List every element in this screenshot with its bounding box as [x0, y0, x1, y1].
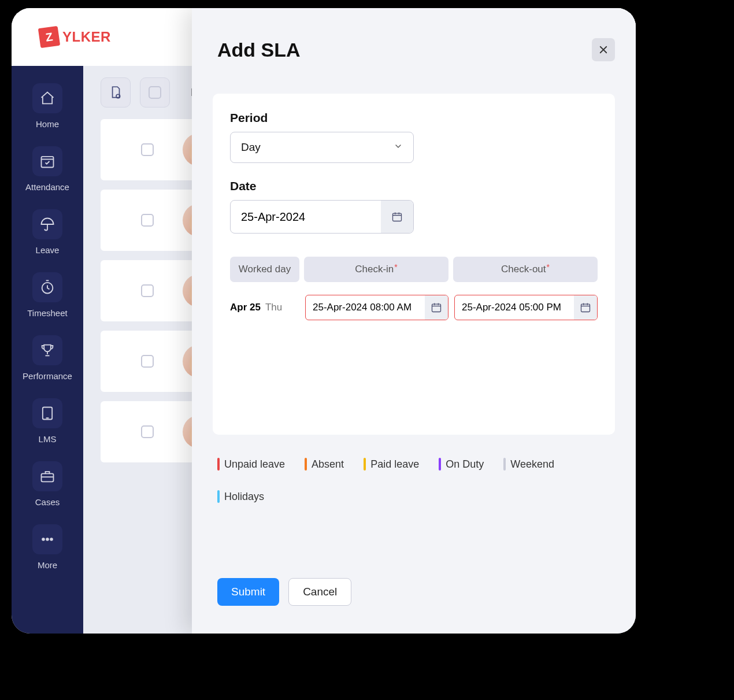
modal-title: Add SLA	[217, 39, 301, 61]
sidebar: Home Attendance Leave Timesheet	[12, 66, 83, 634]
legend: Unpaid leaveAbsentPaid leaveOn DutyWeeke…	[217, 458, 615, 503]
header-checkout: Check-out*	[453, 257, 598, 282]
header-worked-day: Worked day	[230, 257, 299, 282]
period-select-value: Day	[241, 141, 261, 154]
sidebar-item-cases[interactable]: Cases	[12, 461, 83, 507]
svg-rect-0	[42, 157, 54, 168]
legend-color-bar	[305, 458, 307, 471]
cancel-button[interactable]: Cancel	[288, 578, 351, 606]
period-select[interactable]: Day	[230, 132, 414, 163]
svg-point-5	[46, 538, 49, 540]
legend-color-bar	[439, 458, 441, 471]
svg-rect-8	[393, 213, 402, 221]
sidebar-item-home[interactable]: Home	[12, 83, 83, 129]
svg-rect-10	[581, 304, 590, 312]
legend-item: Unpaid leave	[217, 458, 285, 471]
calendar-icon	[391, 211, 403, 223]
checkin-calendar-button[interactable]	[425, 295, 448, 320]
sidebar-item-performance[interactable]: Performance	[12, 335, 83, 381]
legend-label: Weekend	[510, 458, 554, 471]
worked-day-cell: Apr 25 Thu	[230, 302, 299, 313]
row-checkbox[interactable]	[141, 143, 154, 156]
row-checkbox[interactable]	[141, 355, 154, 368]
legend-label: On Duty	[446, 458, 484, 471]
row-checkbox[interactable]	[141, 425, 154, 438]
table-row: Apr 25 Thu 25-Apr-2024 08:00 AM 25-Apr-2…	[230, 295, 598, 320]
modal-footer: Submit Cancel	[192, 578, 636, 634]
sidebar-item-label: LMS	[39, 434, 57, 444]
legend-color-bar	[217, 458, 220, 471]
sidebar-item-attendance[interactable]: Attendance	[12, 146, 83, 192]
tablet-icon	[32, 398, 62, 428]
briefcase-icon	[32, 461, 62, 491]
legend-item: Absent	[305, 458, 344, 471]
sidebar-item-more[interactable]: More	[12, 524, 83, 570]
legend-item: Paid leave	[364, 458, 419, 471]
sidebar-item-label: Attendance	[25, 182, 69, 192]
period-label: Period	[230, 111, 598, 125]
form-card: Period Day Date 25-Apr-2024 Worked day C…	[213, 94, 615, 435]
stopwatch-icon	[32, 272, 62, 302]
chevron-down-icon	[394, 142, 403, 153]
legend-color-bar	[217, 490, 220, 503]
brand-badge: Z	[38, 26, 60, 48]
sidebar-item-label: Leave	[36, 245, 60, 255]
checkin-value: 25-Apr-2024 08:00 AM	[313, 302, 412, 313]
legend-item: Holidays	[217, 490, 264, 503]
sidebar-item-label: Home	[36, 119, 59, 129]
svg-rect-3	[42, 473, 54, 482]
sidebar-item-label: More	[38, 560, 57, 570]
home-icon	[32, 83, 62, 113]
sidebar-item-label: Performance	[23, 371, 72, 381]
svg-rect-9	[432, 304, 441, 312]
sidebar-item-leave[interactable]: Leave	[12, 209, 83, 255]
header-checkin: Check-in*	[304, 257, 448, 282]
legend-label: Paid leave	[370, 458, 419, 471]
trophy-icon	[32, 335, 62, 365]
brand-logo: Z YLKER	[39, 27, 111, 47]
date-value[interactable]: 25-Apr-2024	[231, 201, 381, 233]
date-input-group: 25-Apr-2024	[230, 200, 414, 234]
add-sla-modal: Add SLA Period Day Date 25-Apr-2024 Work…	[192, 8, 636, 634]
worked-date: Apr 25	[230, 302, 261, 313]
umbrella-icon	[32, 209, 62, 239]
legend-item: On Duty	[439, 458, 484, 471]
svg-point-6	[50, 538, 53, 540]
calendar-icon	[431, 302, 442, 313]
close-button[interactable]	[592, 38, 615, 61]
date-picker-button[interactable]	[381, 201, 413, 233]
legend-color-bar	[364, 458, 366, 471]
close-icon	[598, 45, 609, 55]
select-all-checkbox[interactable]	[140, 77, 170, 108]
legend-label: Holidays	[224, 491, 264, 503]
checkin-input[interactable]: 25-Apr-2024 08:00 AM	[305, 295, 448, 320]
dots-icon	[32, 524, 62, 554]
table-headers: Worked day Check-in* Check-out*	[230, 257, 598, 282]
row-checkbox[interactable]	[141, 284, 154, 297]
brand-text: YLKER	[62, 29, 111, 45]
submit-button[interactable]: Submit	[217, 578, 279, 606]
checkout-calendar-button[interactable]	[574, 295, 597, 320]
row-checkbox[interactable]	[141, 214, 154, 227]
legend-label: Unpaid leave	[224, 458, 285, 471]
sidebar-item-lms[interactable]: LMS	[12, 398, 83, 444]
sidebar-item-label: Cases	[35, 497, 60, 507]
document-filter-button[interactable]	[101, 77, 131, 108]
sidebar-item-label: Timesheet	[27, 308, 67, 318]
calendar-check-icon	[32, 146, 62, 176]
legend-color-bar	[503, 458, 506, 471]
checkout-input[interactable]: 25-Apr-2024 05:00 PM	[454, 295, 598, 320]
sidebar-item-timesheet[interactable]: Timesheet	[12, 272, 83, 318]
calendar-icon	[580, 302, 591, 313]
date-label: Date	[230, 179, 598, 193]
legend-item: Weekend	[503, 458, 554, 471]
legend-label: Absent	[312, 458, 344, 471]
checkout-value: 25-Apr-2024 05:00 PM	[462, 302, 561, 313]
svg-point-4	[42, 538, 45, 540]
modal-header: Add SLA	[192, 8, 636, 76]
worked-day-name: Thu	[265, 302, 282, 313]
